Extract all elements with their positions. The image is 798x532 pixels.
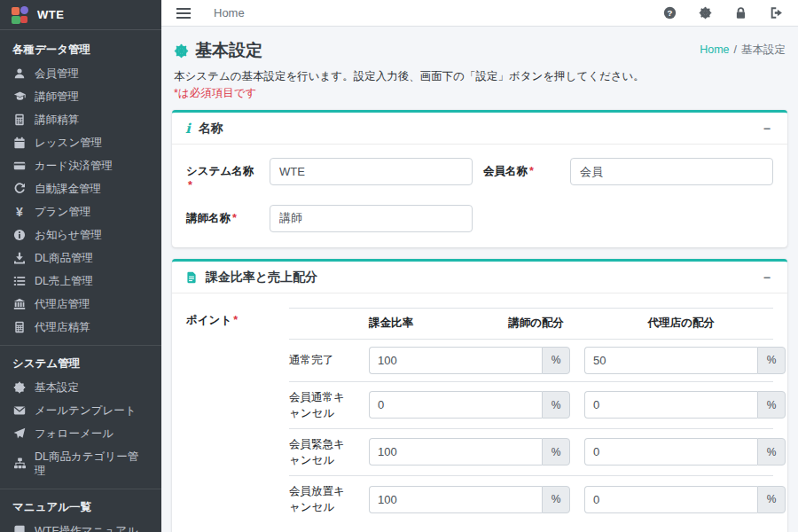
row-label: 会員通常キャンセル [289,389,355,421]
sidebar-item-auto-billing[interactable]: 自動課金管理 [0,177,161,200]
percent-addon: % [542,438,570,466]
sidebar-item-lessons[interactable]: レッスン管理 [0,131,161,154]
percent-addon: % [757,347,786,374]
svg-text:?: ? [668,8,673,18]
navbar-right-icons: ? [663,6,783,20]
brand[interactable]: WTE [0,0,161,30]
sidebar-item-dl-products[interactable]: DL商品管理 [0,246,161,270]
hamburger-icon[interactable] [176,6,191,20]
row-label: 会員放置キャンセル [289,483,355,515]
member-name-input[interactable] [570,158,773,185]
nav-section-header: システム管理 [0,348,161,376]
required-asterisk: * [232,212,237,224]
card-billing-header: 課金比率と売上配分 − [172,262,787,293]
column-header: 課金比率 [369,316,494,331]
ratio-input[interactable] [369,486,542,513]
sidebar-item-agencies[interactable]: 代理店管理 [0,293,161,316]
file-icon [185,271,198,284]
sidebar-nav: 各種データ管理 会員管理 講師管理 講師精算 レッスン管理 カード決済管理 [0,30,161,532]
ratio-row-normal-complete: 通常完了 % % % [289,340,773,382]
nav-section-header: マニュアル一覧 [0,491,161,520]
column-header: 代理店の配分 [648,316,773,331]
row-label: 会員緊急キャンセル [289,436,355,468]
user-icon [12,67,27,81]
ratio-input-group: % [584,486,786,513]
required-note: *は必須項目です [174,86,786,101]
percent-addon: % [757,486,786,513]
required-asterisk: * [188,179,192,192]
sidebar-item-agency-settlement[interactable]: 代理店精算 [0,316,161,339]
system-name-input[interactable] [270,158,473,185]
instructor-name-input[interactable] [270,205,473,232]
sidebar-item-dl-categories[interactable]: DL商品カテゴリー管理 [0,445,161,482]
sidebar-item-instructor-settlement[interactable]: 講師精算 [0,108,161,131]
ratio-input-group: % [369,486,570,513]
sidebar-item-dl-sales[interactable]: DL売上管理 [0,270,161,293]
points-label: ポイント* [186,308,289,523]
ratio-table: 課金比率 講師の配分 代理店の配分 通常完了 % % % 会員通常キャンセル %… [289,308,773,523]
gear-icon [12,381,27,395]
sidebar-item-label: DL商品カテゴリー管理 [35,450,149,478]
ratio-input[interactable] [584,347,757,374]
envelope-icon [12,404,27,418]
percent-addon: % [757,391,786,419]
ratio-input-group: % [584,438,786,466]
percent-addon: % [757,438,786,466]
member-name-label: 会員名称* [483,158,559,178]
sidebar-item-instructors[interactable]: 講師管理 [0,85,161,108]
card-billing-body: ポイント* 課金比率 講師の配分 代理店の配分 通常完了 % % % [172,293,787,532]
sync-icon [12,183,27,196]
sidebar-item-label: 会員管理 [35,66,79,81]
breadcrumb-separator: / [734,43,737,56]
sidebar-item-label: 講師精算 [35,113,79,127]
card-billing-title: 課金比率と売上配分 [185,270,317,286]
card-names-header: i 名称 − [172,113,787,145]
ratio-input[interactable] [584,391,757,419]
card-names-body: システム名称* 会員名称* 講師名称* [172,145,787,247]
graduation-cap-icon [12,90,27,104]
sidebar-item-wte-manual[interactable]: WTE操作マニュアル [0,520,161,532]
ratio-row-member-normal-cancel: 会員通常キャンセル % % % [289,382,773,429]
credit-card-icon [12,160,27,173]
sidebar-item-label: 代理店管理 [35,297,90,311]
collapse-button[interactable]: − [760,121,774,136]
sidebar-item-follow-mail[interactable]: フォローメール [0,422,161,445]
calculator-icon [12,113,27,127]
sidebar-item-card-payments[interactable]: カード決済管理 [0,154,161,177]
percent-addon: % [542,347,570,374]
sidebar-item-plans[interactable]: ¥ プラン管理 [0,200,161,223]
collapse-button[interactable]: − [760,270,774,285]
sidebar-item-notices[interactable]: お知らせ管理 [0,223,161,246]
gear-icon[interactable] [699,6,712,20]
ratio-input[interactable] [369,438,542,466]
ratio-input[interactable] [369,347,542,374]
breadcrumb-current: 基本設定 [741,43,786,56]
sidebar-item-label: WTE操作マニュアル [35,524,138,532]
sidebar-item-members[interactable]: 会員管理 [0,62,161,85]
sidebar-item-label: フォローメール [35,426,113,441]
ratio-input[interactable] [584,486,757,513]
calculator-icon [12,321,27,334]
ratio-input[interactable] [369,391,542,419]
ratio-input-group: % [369,391,570,419]
download-icon [12,252,27,265]
app-logo-icon [12,6,29,24]
sidebar-item-basic-settings[interactable]: 基本設定 [0,376,161,399]
navbar-home-link[interactable]: Home [214,6,245,20]
info-icon: i [185,122,191,135]
help-icon[interactable]: ? [663,6,677,20]
signout-icon[interactable] [770,6,783,20]
card-billing: 課金比率と売上配分 − ポイント* 課金比率 講師の配分 代理店の配分 通常完了… [172,259,787,532]
ratio-input[interactable] [584,438,757,466]
ratio-table-header-row: 課金比率 講師の配分 代理店の配分 [289,308,773,340]
lock-icon[interactable] [734,6,747,20]
sidebar-item-label: レッスン管理 [35,136,102,150]
ratio-input-group: % [584,347,786,374]
nav-section-manuals: マニュアル一覧 WTE操作マニュアル [0,489,161,532]
sidebar-item-label: カード決済管理 [35,159,113,173]
sidebar-item-mail-templates[interactable]: メールテンプレート [0,399,161,422]
breadcrumb-home-link[interactable]: Home [700,43,729,56]
sidebar-item-label: 代理店精算 [35,320,90,334]
ratio-input-group: % [369,438,570,466]
main-area: Home ? 基本設定 Home/基本設定 本システムの基本設定を行います。設定… [161,0,798,532]
